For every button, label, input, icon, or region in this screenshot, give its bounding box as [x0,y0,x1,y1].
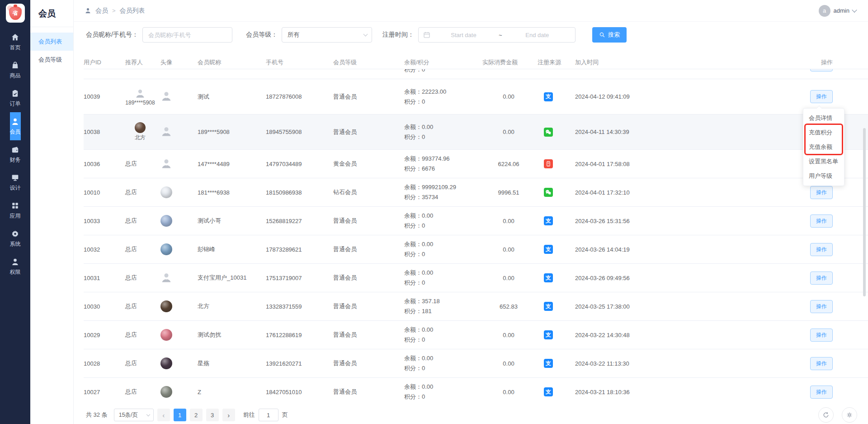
cell-avatar [160,157,198,171]
home-icon [11,33,19,42]
action-menu-item-4[interactable]: 用户等级 [803,169,844,183]
goto-page-input[interactable] [259,409,278,421]
table-settings-button[interactable] [842,407,857,423]
breadcrumb-item[interactable]: 会员 [95,7,108,15]
search-button[interactable]: 搜索 [592,27,627,43]
row-action-button[interactable]: 操作 [810,243,833,256]
sidebar-item-label: 首页 [10,44,21,52]
money-bag-icon: 省 [9,6,22,20]
goods-bag-icon [11,61,19,70]
balance-text: 余额：0.00 [404,122,480,132]
cell-actions: 操作 [688,357,868,370]
row-action-button[interactable]: 操作 [810,386,833,399]
page-size-select[interactable]: 15条/页 [114,409,154,421]
referrer-name: 总店 [125,360,137,367]
cell-register-source: 支 [538,245,575,254]
sidebar-item-7[interactable]: 系统 [10,224,21,252]
balance-text: 余额：0.00 [404,382,480,392]
page-button-3[interactable]: 3 [206,409,219,421]
cell-nickname: 测试小哥 [198,217,266,225]
column-header: 操作 [688,58,868,67]
subsidebar-item-0[interactable]: 会员列表 [30,33,73,51]
cell-join-time: 2024-03-26 14:04:19 [575,246,688,253]
nickname-search-input[interactable] [142,27,232,43]
sidebar-item-6[interactable]: 应用 [10,196,21,224]
refresh-icon [822,411,830,419]
cell-member-level: 普通会员 [333,359,404,367]
sidebar-item-4[interactable]: 财务 [10,140,21,168]
sidebar-item-3[interactable]: 会员 [10,112,21,140]
cell-register-source: 支 [538,387,575,396]
referrer-name: 北方 [135,134,146,142]
page-size-value: 15条/页 [119,411,138,419]
cell-avatar [160,300,198,312]
cell-user-id: 10027 [84,389,125,395]
alipay-source-icon: 支 [544,273,553,282]
member-table: 用户ID推荐人头像会员昵称手机号会员等级余额/积分实际消费金额注册来源加入时间操… [74,48,868,406]
action-menu-item-3[interactable]: 设置黑名单 [803,154,844,169]
action-menu-item-1[interactable]: 充值积分 [803,125,844,140]
cell-balance-points: 余额：0.00积分：0 [404,211,482,231]
cell-register-source [538,188,575,197]
row-action-button[interactable]: 操作 [810,357,833,370]
cell-actions: 操作 [688,386,868,399]
cell-register-source: 支 [538,302,575,311]
page-button-2[interactable]: 2 [190,409,203,421]
default-avatar-icon [160,272,172,283]
referrer-with-avatar: 189****5908 [123,88,158,106]
row-action-button[interactable]: 操作 [810,272,833,285]
cell-actual-spend: 0.00 [482,360,538,367]
prev-page-button[interactable]: ‹ [157,409,170,421]
cell-balance-points: 余额：357.18积分：181 [404,296,482,316]
design-monitor-icon [11,173,19,182]
row-action-button[interactable]: 操作 [810,214,833,228]
app-logo[interactable]: 省 [6,4,25,23]
points-text: 积分：0 [404,221,480,231]
points-text: 积分：0 [404,335,480,345]
next-page-button[interactable]: › [222,409,235,421]
cell-phone: 17873289621 [266,246,333,253]
row-action-button[interactable]: 操作 [810,300,833,313]
cell-actual-spend: 9996.51 [482,189,538,196]
vertical-scrollbar[interactable] [863,128,866,296]
h5-source-icon [544,159,553,168]
sidebar-item-8[interactable]: 权限 [10,252,21,281]
cell-member-level: 钻石会员 [333,188,404,196]
end-date-placeholder: End date [504,32,571,38]
sidebar-item-1[interactable]: 商品 [10,56,21,84]
sidebar-item-0[interactable]: 首页 [10,28,21,56]
action-menu-item-2[interactable]: 充值余额 [803,140,844,154]
refresh-button[interactable] [818,407,834,423]
cell-referrer: 总店 [125,388,160,396]
sidebar-item-2[interactable]: 订单 [10,84,21,112]
date-filter-label: 注册时间： [382,31,414,39]
sidebar-item-5[interactable]: 设计 [10,168,21,196]
cell-balance-points: 余额：22223.00积分：0 [404,87,482,107]
cell-nickname: 测试 [198,93,266,101]
cell-nickname: 彭锦峰 [198,245,266,253]
cell-join-time: 2024-03-22 14:30:48 [575,332,688,338]
cell-avatar [160,386,198,398]
table-row: 10028 总店 星殇 13921620271 普通会员 余额：0.00积分：0… [84,349,868,378]
action-menu-item-0[interactable]: 会员详情 [803,111,844,125]
table-row: 10031 总店 支付宝用户_10031 17513719007 普通会员 余额… [84,264,868,292]
sidebar-item-label: 商品 [10,72,21,80]
page-buttons: 123 [174,409,219,421]
cell-phone: 18727876008 [266,93,333,100]
sidebar-item-label: 权限 [10,268,21,276]
cell-member-level: 普通会员 [333,93,404,101]
subsidebar-item-1[interactable]: 会员等级 [30,51,73,69]
admin-menu[interactable]: a admin [819,5,856,17]
cell-balance-points: 余额：0.00积分：0 [404,122,482,142]
breadcrumb-separator: > [112,7,116,14]
level-select[interactable]: 所有 [282,27,372,43]
default-avatar-icon [160,90,172,102]
row-action-button[interactable]: 操作 [810,90,833,103]
row-action-button[interactable]: 操作 [810,186,833,199]
cell-member-level: 普通会员 [333,302,404,310]
row-action-button[interactable]: 操作 [810,329,833,342]
cell-actual-spend: 0.00 [482,246,538,253]
date-range-picker[interactable]: Start date ~ End date [418,27,576,43]
goto-page-suffix: 页 [282,411,288,419]
page-button-1[interactable]: 1 [174,409,186,421]
